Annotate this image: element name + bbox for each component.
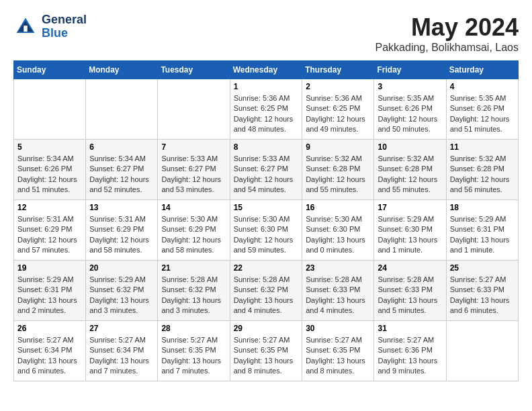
day-number: 12 [17, 203, 82, 212]
day-info: Sunrise: 5:28 AMSunset: 6:32 PMDaylight:… [161, 275, 226, 316]
day-info: Sunrise: 5:32 AMSunset: 6:28 PMDaylight:… [378, 154, 442, 195]
calendar-cell [14, 79, 86, 140]
day-info: Sunrise: 5:27 AMSunset: 6:34 PMDaylight:… [89, 335, 154, 377]
calendar-cell [446, 321, 518, 381]
calendar-cell: 22Sunrise: 5:28 AMSunset: 6:32 PMDayligh… [230, 261, 302, 321]
day-info: Sunrise: 5:28 AMSunset: 6:33 PMDaylight:… [378, 275, 442, 316]
calendar-cell: 29Sunrise: 5:27 AMSunset: 6:35 PMDayligh… [230, 321, 302, 381]
day-info: Sunrise: 5:36 AMSunset: 6:25 PMDaylight:… [306, 93, 370, 135]
day-number: 29 [234, 324, 299, 333]
day-number: 2 [306, 82, 370, 91]
weekday-header-friday: Friday [374, 61, 446, 79]
weekday-header-tuesday: Tuesday [158, 61, 230, 79]
day-number: 8 [234, 142, 299, 152]
calendar-cell: 11Sunrise: 5:32 AMSunset: 6:28 PMDayligh… [446, 140, 518, 200]
svg-rect-2 [24, 26, 27, 32]
calendar-table: SundayMondayTuesdayWednesdayThursdayFrid… [13, 60, 519, 381]
calendar-cell: 3Sunrise: 5:35 AMSunset: 6:26 PMDaylight… [374, 79, 446, 140]
week-row-4: 19Sunrise: 5:29 AMSunset: 6:31 PMDayligh… [14, 261, 519, 321]
day-number: 10 [378, 142, 442, 152]
day-info: Sunrise: 5:29 AMSunset: 6:32 PMDaylight:… [89, 275, 154, 316]
day-info: Sunrise: 5:35 AMSunset: 6:26 PMDaylight:… [450, 93, 515, 135]
calendar-cell: 4Sunrise: 5:35 AMSunset: 6:26 PMDaylight… [446, 79, 518, 140]
day-info: Sunrise: 5:29 AMSunset: 6:31 PMDaylight:… [450, 214, 515, 256]
weekday-header-sunday: Sunday [14, 61, 86, 79]
day-number: 27 [89, 324, 154, 333]
day-info: Sunrise: 5:27 AMSunset: 6:35 PMDaylight:… [161, 335, 226, 377]
logo: General Blue [13, 13, 87, 40]
calendar-cell: 28Sunrise: 5:27 AMSunset: 6:35 PMDayligh… [158, 321, 230, 381]
day-info: Sunrise: 5:34 AMSunset: 6:26 PMDaylight:… [17, 154, 82, 195]
day-info: Sunrise: 5:32 AMSunset: 6:28 PMDaylight:… [306, 154, 370, 195]
calendar-cell: 17Sunrise: 5:29 AMSunset: 6:30 PMDayligh… [374, 200, 446, 261]
calendar-cell: 10Sunrise: 5:32 AMSunset: 6:28 PMDayligh… [374, 140, 446, 200]
location: Pakkading, Bolikhamsai, Laos [375, 42, 519, 54]
day-number: 23 [306, 263, 370, 273]
day-info: Sunrise: 5:27 AMSunset: 6:33 PMDaylight:… [450, 275, 515, 316]
day-number: 19 [17, 263, 82, 273]
logo-line2: Blue [42, 26, 68, 40]
day-number: 31 [378, 324, 442, 333]
day-number: 30 [306, 324, 370, 333]
day-number: 3 [378, 82, 442, 91]
calendar-cell: 1Sunrise: 5:36 AMSunset: 6:25 PMDaylight… [230, 79, 302, 140]
day-info: Sunrise: 5:33 AMSunset: 6:27 PMDaylight:… [161, 154, 226, 195]
calendar-cell: 12Sunrise: 5:31 AMSunset: 6:29 PMDayligh… [14, 200, 86, 261]
calendar-cell: 21Sunrise: 5:28 AMSunset: 6:32 PMDayligh… [158, 261, 230, 321]
calendar-cell: 16Sunrise: 5:30 AMSunset: 6:30 PMDayligh… [302, 200, 374, 261]
day-info: Sunrise: 5:27 AMSunset: 6:34 PMDaylight:… [17, 335, 82, 377]
calendar-cell: 27Sunrise: 5:27 AMSunset: 6:34 PMDayligh… [86, 321, 158, 381]
day-info: Sunrise: 5:29 AMSunset: 6:30 PMDaylight:… [378, 214, 442, 256]
calendar-cell [158, 79, 230, 140]
day-number: 9 [306, 142, 370, 152]
calendar-cell: 15Sunrise: 5:30 AMSunset: 6:30 PMDayligh… [230, 200, 302, 261]
calendar-cell: 24Sunrise: 5:28 AMSunset: 6:33 PMDayligh… [374, 261, 446, 321]
calendar-cell: 19Sunrise: 5:29 AMSunset: 6:31 PMDayligh… [14, 261, 86, 321]
day-number: 14 [161, 203, 226, 212]
day-info: Sunrise: 5:27 AMSunset: 6:36 PMDaylight:… [378, 335, 442, 377]
calendar-cell: 20Sunrise: 5:29 AMSunset: 6:32 PMDayligh… [86, 261, 158, 321]
day-info: Sunrise: 5:36 AMSunset: 6:25 PMDaylight:… [234, 93, 299, 135]
calendar-cell: 5Sunrise: 5:34 AMSunset: 6:26 PMDaylight… [14, 140, 86, 200]
day-info: Sunrise: 5:30 AMSunset: 6:30 PMDaylight:… [234, 214, 299, 256]
month-year: May 2024 [375, 13, 519, 42]
calendar-cell: 25Sunrise: 5:27 AMSunset: 6:33 PMDayligh… [446, 261, 518, 321]
weekday-header-saturday: Saturday [446, 61, 518, 79]
day-info: Sunrise: 5:33 AMSunset: 6:27 PMDaylight:… [234, 154, 299, 195]
weekday-header-thursday: Thursday [302, 61, 374, 79]
weekday-header-row: SundayMondayTuesdayWednesdayThursdayFrid… [14, 61, 519, 79]
calendar-cell: 31Sunrise: 5:27 AMSunset: 6:36 PMDayligh… [374, 321, 446, 381]
day-number: 20 [89, 263, 154, 273]
calendar-cell: 18Sunrise: 5:29 AMSunset: 6:31 PMDayligh… [446, 200, 518, 261]
day-number: 4 [450, 82, 515, 91]
day-info: Sunrise: 5:28 AMSunset: 6:33 PMDaylight:… [306, 275, 370, 316]
calendar-cell: 23Sunrise: 5:28 AMSunset: 6:33 PMDayligh… [302, 261, 374, 321]
day-info: Sunrise: 5:29 AMSunset: 6:31 PMDaylight:… [17, 275, 82, 316]
day-number: 22 [234, 263, 299, 273]
calendar-cell: 9Sunrise: 5:32 AMSunset: 6:28 PMDaylight… [302, 140, 374, 200]
title-block: May 2024 Pakkading, Bolikhamsai, Laos [375, 13, 519, 54]
day-info: Sunrise: 5:32 AMSunset: 6:28 PMDaylight:… [450, 154, 515, 195]
week-row-2: 5Sunrise: 5:34 AMSunset: 6:26 PMDaylight… [14, 140, 519, 200]
logo-line1: General [42, 13, 87, 26]
day-number: 7 [161, 142, 226, 152]
calendar-cell: 8Sunrise: 5:33 AMSunset: 6:27 PMDaylight… [230, 140, 302, 200]
calendar-cell: 30Sunrise: 5:27 AMSunset: 6:35 PMDayligh… [302, 321, 374, 381]
day-info: Sunrise: 5:31 AMSunset: 6:29 PMDaylight:… [89, 214, 154, 256]
day-info: Sunrise: 5:30 AMSunset: 6:29 PMDaylight:… [161, 214, 226, 256]
calendar-cell: 2Sunrise: 5:36 AMSunset: 6:25 PMDaylight… [302, 79, 374, 140]
day-number: 5 [17, 142, 82, 152]
day-number: 17 [378, 203, 442, 212]
calendar-cell: 26Sunrise: 5:27 AMSunset: 6:34 PMDayligh… [14, 321, 86, 381]
day-info: Sunrise: 5:30 AMSunset: 6:30 PMDaylight:… [306, 214, 370, 256]
calendar-cell: 6Sunrise: 5:34 AMSunset: 6:27 PMDaylight… [86, 140, 158, 200]
day-info: Sunrise: 5:31 AMSunset: 6:29 PMDaylight:… [17, 214, 82, 256]
week-row-5: 26Sunrise: 5:27 AMSunset: 6:34 PMDayligh… [14, 321, 519, 381]
day-number: 25 [450, 263, 515, 273]
week-row-3: 12Sunrise: 5:31 AMSunset: 6:29 PMDayligh… [14, 200, 519, 261]
calendar-cell: 13Sunrise: 5:31 AMSunset: 6:29 PMDayligh… [86, 200, 158, 261]
day-number: 28 [161, 324, 226, 333]
day-info: Sunrise: 5:27 AMSunset: 6:35 PMDaylight:… [306, 335, 370, 377]
day-number: 24 [378, 263, 442, 273]
week-row-1: 1Sunrise: 5:36 AMSunset: 6:25 PMDaylight… [14, 79, 519, 140]
